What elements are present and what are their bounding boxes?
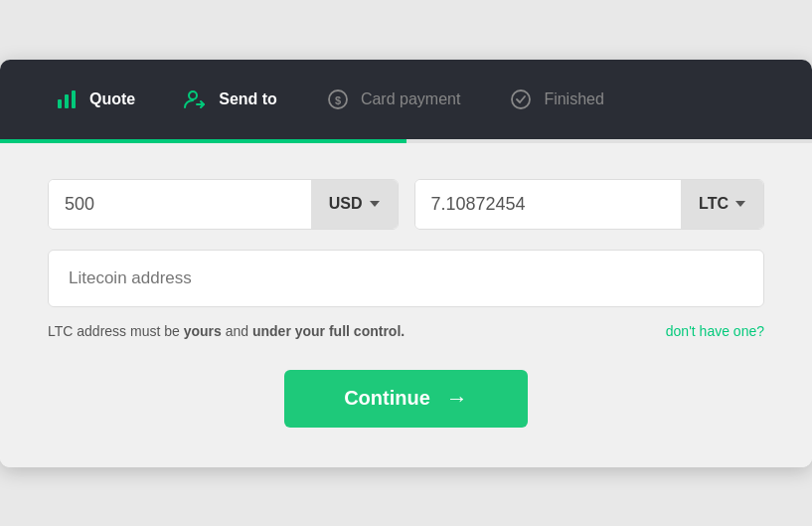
arrow-icon: → [446,386,468,412]
modal-container: Quote Send to $ Card payment [0,60,812,467]
step-finished[interactable]: Finished [484,60,627,139]
progress-fill [0,139,406,143]
dont-have-link[interactable]: don't have one? [666,321,764,342]
continue-label: Continue [344,387,430,410]
fiat-amount-box: USD [48,179,399,230]
finished-icon [508,87,534,112]
amount-row: USD LTC [48,179,764,230]
step-card-payment[interactable]: $ Card payment [301,60,485,139]
step-header: Quote Send to $ Card payment [0,60,812,139]
send-to-icon [183,87,209,112]
crypto-currency-button[interactable]: LTC [681,180,763,229]
step-quote-label: Quote [89,90,135,108]
progress-bar [0,139,812,143]
crypto-amount-box: LTC [414,179,765,230]
quote-icon [54,87,80,112]
step-quote[interactable]: Quote [30,60,159,139]
note-bold-control: under your full control. [252,323,405,339]
fiat-amount-input[interactable] [49,180,311,229]
step-finished-label: Finished [544,90,603,108]
svg-rect-2 [72,90,76,108]
address-note: LTC address must be yours and under your… [48,321,764,342]
address-note-text: LTC address must be yours and under your… [48,321,650,342]
litecoin-address-input[interactable] [48,250,764,307]
svg-text:$: $ [335,93,341,105]
crypto-amount-input[interactable] [415,180,682,229]
note-bold-yours: yours [184,323,222,339]
step-send-to[interactable]: Send to [159,60,301,139]
svg-point-7 [512,90,530,108]
step-card-payment-label: Card payment [361,90,461,108]
svg-point-3 [189,91,197,99]
continue-button[interactable]: Continue → [284,370,528,428]
svg-rect-1 [65,94,69,108]
fiat-currency-button[interactable]: USD [311,180,398,229]
card-payment-icon: $ [325,87,351,112]
step-send-to-label: Send to [219,90,277,108]
svg-rect-0 [58,99,62,108]
form-body: USD LTC LTC address must be yours and un… [0,143,812,467]
